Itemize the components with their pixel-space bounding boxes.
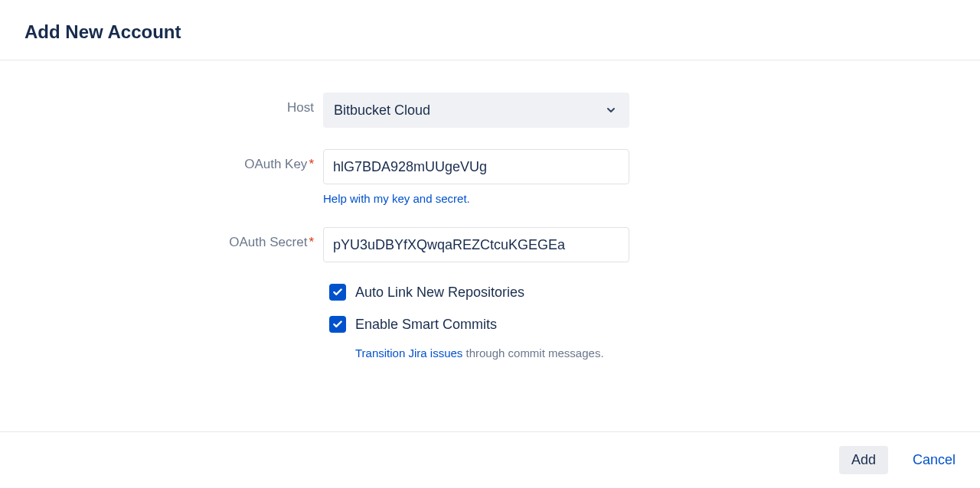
transition-issues-link[interactable]: Transition Jira issues <box>355 346 462 359</box>
required-star-icon: * <box>309 235 314 249</box>
oauth-key-field-col: Help with my key and secret. <box>323 149 629 206</box>
auto-link-label[interactable]: Auto Link New Repositories <box>355 285 524 301</box>
smart-commits-hint-text: through commit messages. <box>462 346 603 359</box>
oauth-key-row: OAuth Key* Help with my key and secret. <box>0 149 980 206</box>
smart-commits-label[interactable]: Enable Smart Commits <box>355 317 497 333</box>
oauth-key-label: OAuth Key <box>244 157 307 171</box>
oauth-secret-label: OAuth Secret <box>229 235 307 249</box>
auto-link-checkbox[interactable] <box>329 284 346 301</box>
dialog-footer: Add Cancel <box>0 431 980 488</box>
chevron-down-icon <box>605 104 617 116</box>
cancel-button[interactable]: Cancel <box>913 446 956 474</box>
add-button[interactable]: Add <box>839 446 888 474</box>
oauth-secret-input[interactable] <box>323 227 629 262</box>
oauth-secret-field-col <box>323 227 629 262</box>
oauth-secret-row: OAuth Secret* <box>0 227 980 262</box>
oauth-key-input[interactable] <box>323 149 629 184</box>
host-row: Host Bitbucket Cloud <box>0 93 980 128</box>
required-star-icon: * <box>309 157 314 171</box>
host-select[interactable]: Bitbucket Cloud <box>323 93 629 128</box>
smart-commits-hint: Transition Jira issues through commit me… <box>355 346 980 359</box>
oauth-secret-label-col: OAuth Secret* <box>0 227 323 250</box>
host-label: Host <box>0 93 323 115</box>
host-field-col: Bitbucket Cloud <box>323 93 629 128</box>
dialog-title: Add New Account <box>24 21 956 43</box>
smart-commits-row: Enable Smart Commits <box>329 316 980 333</box>
check-icon <box>332 287 343 298</box>
oauth-key-help-link[interactable]: Help with my key and secret. <box>323 192 470 205</box>
dialog-header: Add New Account <box>0 0 980 60</box>
smart-commits-checkbox[interactable] <box>329 316 346 333</box>
form-area: Host Bitbucket Cloud OAuth Key* Help wit… <box>0 60 980 359</box>
oauth-key-label-col: OAuth Key* <box>0 149 323 172</box>
auto-link-row: Auto Link New Repositories <box>329 284 980 301</box>
host-select-value: Bitbucket Cloud <box>334 102 430 119</box>
check-icon <box>332 319 343 330</box>
